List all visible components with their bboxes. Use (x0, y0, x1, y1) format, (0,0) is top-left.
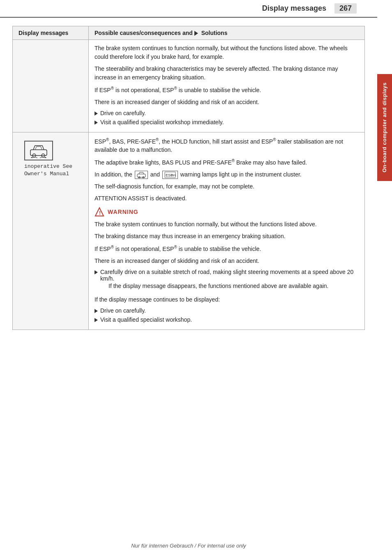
warning-bullet-1: Carefully drive on a suitable stretch of… (95, 269, 359, 293)
warning-para-2: The braking distance may thus increase i… (95, 232, 359, 241)
esp-off-inline-icon: ESP OFF (162, 171, 178, 179)
display-cell-2: inoperative See Owner's Manual (13, 132, 89, 330)
para-2-5: ATTENTION ASSIST is deactivated. (95, 194, 359, 203)
arrow-right-icon (194, 31, 198, 36)
para-1-3: If ESP® is not operational, ESP® is unab… (95, 85, 359, 95)
svg-text:!: ! (99, 210, 101, 216)
para-2-2: The adaptive brake lights, BAS PLUS and … (95, 158, 359, 167)
warning-para-4: There is an increased danger of skidding… (95, 257, 359, 265)
display-cell-content: inoperative See Owner's Manual (18, 137, 83, 182)
car-icon (28, 143, 49, 158)
bullet-text: Visit a qualified specialist workshop im… (100, 119, 224, 125)
warning-para-3: If ESP® is not operational, ESP® is unab… (95, 244, 359, 253)
display-label: inoperative See Owner's Manual (24, 163, 72, 178)
col1-header: Display messages (13, 26, 89, 40)
bullet-1-1: Drive on carefully. (95, 110, 359, 116)
footer-text: Nur für internen Gebrauch / For internal… (131, 543, 246, 549)
causes-cell-2: ESP®, BAS, PRE-SAFE®, the HOLD function,… (89, 132, 365, 330)
bullet-text: Drive on carefully. (100, 110, 146, 116)
para-1-2: The steerability and braking characteris… (95, 65, 359, 82)
page-number: 267 (334, 3, 357, 14)
warning-label: WARNING (108, 209, 138, 215)
after-bullet-2: Visit a qualified specialist workshop. (95, 316, 359, 323)
car-warning-inline-icon (135, 171, 148, 179)
after-warning-para: If the display message continues to be d… (95, 295, 359, 304)
table-row: The brake system continues to function n… (13, 40, 365, 132)
after-bullet-1: Drive on carefully. (95, 307, 359, 314)
table-row-2: inoperative See Owner's Manual ESP®, BAS… (13, 132, 365, 330)
header-title: Display messages (262, 4, 326, 13)
display-cell-empty (13, 40, 89, 132)
warning-box: ! WARNING (95, 207, 359, 217)
bullet-arrow-icon (95, 121, 98, 125)
bullet-arrow-icon (95, 270, 98, 274)
warning-bullet-sub: If the display message disappears, the f… (100, 282, 359, 290)
para-2-4: The self-diagnosis function, for example… (95, 182, 359, 191)
para-2-3: In addition, the and (95, 170, 359, 179)
bullet-arrow-icon (95, 111, 98, 116)
warning-bullet-content: Carefully drive on a suitable stretch of… (100, 269, 359, 293)
main-content: Display messages Possible causes/consequ… (0, 18, 377, 346)
para-2-1: ESP®, BAS, PRE-SAFE®, the HOLD function,… (95, 137, 359, 155)
bullet-arrow-icon (95, 318, 98, 322)
warning-para-1: The brake system continues to function n… (95, 220, 359, 229)
car-warning-icon-box (24, 141, 53, 160)
bullet-arrow-icon (95, 309, 98, 313)
esp-off-svg: ESP OFF (164, 172, 176, 178)
bullet-1-2: Visit a qualified specialist workshop im… (95, 119, 359, 125)
warning-bullet-main: Carefully drive on a suitable stretch of… (100, 269, 359, 282)
svg-text:OFF: OFF (171, 174, 176, 177)
para-1-4: There is an increased danger of skidding… (95, 98, 359, 107)
warning-triangle-icon: ! (95, 207, 104, 217)
bullet-text: Drive on carefully. (100, 307, 146, 314)
table-header-row: Display messages Possible causes/consequ… (13, 26, 365, 40)
causes-cell-1: The brake system continues to function n… (89, 40, 365, 132)
side-tab: On-board computer and displays (377, 74, 392, 181)
content-table: Display messages Possible causes/consequ… (12, 26, 365, 330)
bullet-text: Visit a qualified specialist workshop. (100, 316, 192, 323)
para-1-1: The brake system continues to function n… (95, 44, 359, 61)
page-header: Display messages 267 (0, 0, 377, 18)
inline-car-svg (137, 172, 146, 178)
col2-header: Possible causes/consequences and Solutio… (89, 26, 365, 40)
footer: Nur für internen Gebrauch / For internal… (0, 543, 377, 549)
